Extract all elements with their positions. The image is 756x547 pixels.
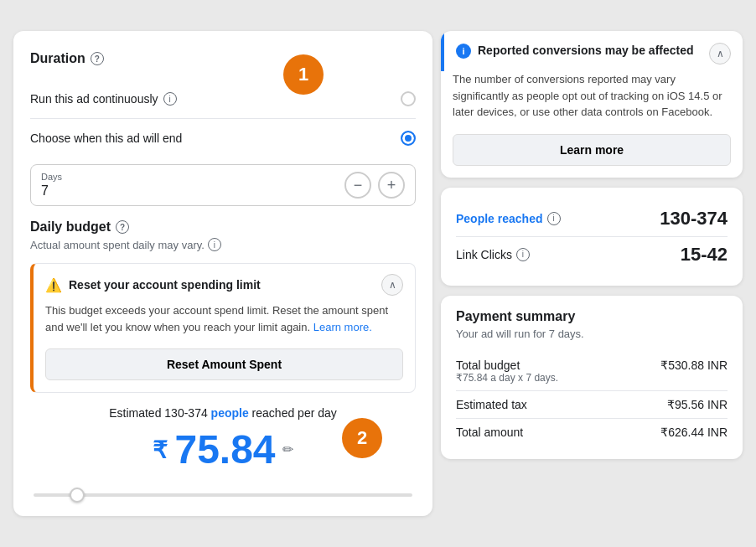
right-panel: i Reported conversions may be affected ∧… <box>441 31 743 459</box>
budget-slider-row <box>30 486 416 499</box>
people-link[interactable]: people <box>211 406 249 420</box>
link-clicks-row: Link Clicks i 15-42 <box>456 237 728 272</box>
link-clicks-value: 15-42 <box>681 244 728 266</box>
amount-note-text: Actual amount spent daily may vary. <box>30 239 205 251</box>
info-card-body: The number of conversions reported may v… <box>441 71 743 131</box>
total-amount-row: Total amount ₹626.44 INR <box>456 419 728 446</box>
radio-continuous-input[interactable] <box>401 91 416 106</box>
payment-summary-title: Payment summary <box>456 309 728 324</box>
big-budget-row: ₹ 75.84 ✏ 2 <box>30 426 416 472</box>
total-amount-label: Total amount <box>456 426 523 439</box>
duration-section-title: Duration ? <box>30 51 416 66</box>
total-budget-value: ₹530.88 INR <box>660 359 728 372</box>
radio-end-input[interactable] <box>401 131 416 146</box>
total-budget-sublabel: ₹75.84 a day x 7 days. <box>456 372 558 384</box>
radio-continuous-label: Run this ad continuously i <box>30 92 177 106</box>
radio-continuous-help-icon[interactable]: i <box>163 92 177 106</box>
total-budget-label-group: Total budget ₹75.84 a day x 7 days. <box>456 359 558 384</box>
warning-collapse-button[interactable]: ∧ <box>381 274 403 296</box>
info-card-icon: i <box>456 44 471 59</box>
estimated-tax-label: Estimated tax <box>456 398 527 411</box>
link-clicks-label: Link Clicks i <box>456 248 530 261</box>
warning-header: ⚠️ Reset your account spending limit ∧ <box>34 264 415 302</box>
learn-more-button[interactable]: Learn more <box>453 134 731 166</box>
reset-amount-spent-button[interactable]: Reset Amount Spent <box>45 348 403 380</box>
link-clicks-help-icon[interactable]: i <box>516 248 530 261</box>
big-amount-value[interactable]: 75.84 <box>174 426 275 472</box>
days-input-row: Days 7 − + <box>30 164 416 206</box>
payment-card: Payment summary Your ad will run for 7 d… <box>441 296 743 459</box>
total-budget-label: Total budget <box>456 359 558 372</box>
warning-title-text: Reset your account spending limit <box>69 278 261 292</box>
days-input-inner: Days 7 <box>41 172 62 199</box>
stepper-btns: − + <box>344 172 405 199</box>
people-reached-help-icon[interactable]: i <box>547 212 561 225</box>
daily-budget-help-icon[interactable]: ? <box>116 220 129 234</box>
payment-summary-subtitle: Your ad will run for 7 days. <box>456 328 728 340</box>
step-badge-1: 1 <box>283 54 324 95</box>
amount-note: Actual amount spent daily may vary. i <box>30 238 416 251</box>
estimated-suffix: reached per day <box>252 406 337 420</box>
people-reached-label-text: People reached <box>456 212 543 225</box>
link-clicks-label-text: Link Clicks <box>456 248 512 261</box>
duration-help-icon[interactable]: ? <box>91 52 104 65</box>
warning-icon: ⚠️ <box>45 277 62 293</box>
step-badge-2: 2 <box>342 418 382 458</box>
info-card-header: i Reported conversions may be affected ∧ <box>441 31 743 71</box>
radio-continuous-row: Run this ad continuously i <box>30 83 416 115</box>
info-card-title: Reported conversions may be affected <box>478 43 694 59</box>
decrement-days-button[interactable]: − <box>344 172 371 199</box>
info-card-body-text: The number of conversions reported may v… <box>453 73 722 118</box>
days-value[interactable]: 7 <box>41 183 62 199</box>
info-card-collapse-button[interactable]: ∧ <box>709 43 731 65</box>
warning-learn-more-link[interactable]: Learn more. <box>313 321 372 333</box>
radio-continuous-text: Run this ad continuously <box>30 92 158 106</box>
budget-slider[interactable] <box>34 493 412 497</box>
rupee-symbol: ₹ <box>153 436 168 464</box>
total-amount-value: ₹626.44 INR <box>660 426 728 439</box>
info-card-title-row: i Reported conversions may be affected <box>456 43 694 59</box>
people-reached-label: People reached i <box>456 212 561 225</box>
people-reached-row: People reached i 130-374 <box>456 201 728 236</box>
radio-end-label: Choose when this ad will end <box>30 132 182 145</box>
estimated-tax-value: ₹95.56 INR <box>667 398 728 411</box>
estimated-tax-row: Estimated tax ₹95.56 INR <box>456 391 728 418</box>
stats-card: People reached i 130-374 Link Clicks i 1… <box>441 188 743 286</box>
duration-title-text: Duration <box>30 51 85 66</box>
daily-budget-text: Daily budget <box>30 219 111 235</box>
edit-amount-icon[interactable]: ✏ <box>282 441 293 457</box>
warning-box: ⚠️ Reset your account spending limit ∧ T… <box>30 263 416 393</box>
radio-end-row: Choose when this ad will end <box>30 122 416 154</box>
increment-days-button[interactable]: + <box>378 172 405 199</box>
amount-note-help-icon[interactable]: i <box>208 238 221 251</box>
daily-budget-title: Daily budget ? <box>30 219 416 235</box>
radio-end-text: Choose when this ad will end <box>30 132 182 145</box>
estimated-prefix: Estimated 130-374 <box>109 406 210 420</box>
people-reached-value: 130-374 <box>660 208 728 230</box>
days-label: Days <box>41 172 62 182</box>
info-card: i Reported conversions may be affected ∧… <box>441 31 743 178</box>
warning-body: This budget exceeds your account spend l… <box>34 302 415 345</box>
total-budget-row: Total budget ₹75.84 a day x 7 days. ₹530… <box>456 352 728 390</box>
left-panel: Duration ? 1 Run this ad continuously i … <box>13 31 432 516</box>
warning-title-row: ⚠️ Reset your account spending limit <box>45 277 261 293</box>
divider-1 <box>30 118 416 119</box>
